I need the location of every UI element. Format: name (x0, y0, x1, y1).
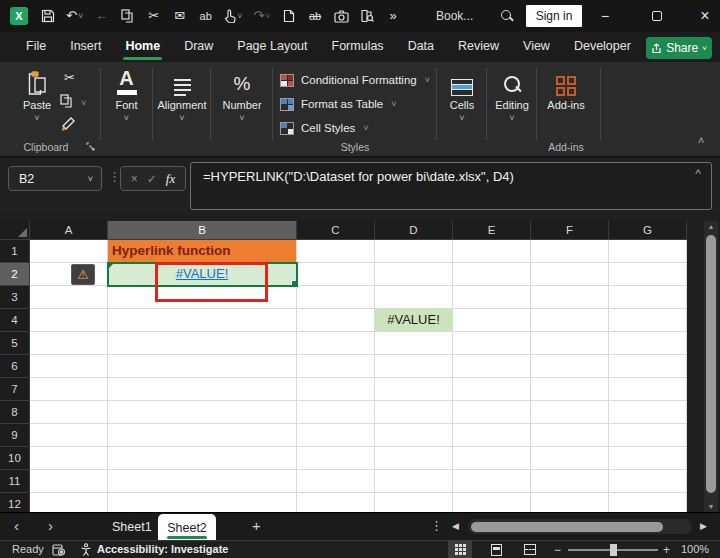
cancel-icon[interactable]: × (131, 172, 138, 186)
enter-icon[interactable]: ✓ (147, 172, 157, 186)
zoom-in-icon[interactable]: + (663, 543, 670, 557)
cell-E1[interactable] (453, 240, 531, 263)
cell-D1[interactable] (375, 240, 453, 263)
clipboard-dialog-launcher-icon[interactable] (86, 142, 95, 151)
zoom-slider-thumb[interactable] (610, 544, 617, 556)
alignment-group-button[interactable]: Alignment ˅ (153, 66, 211, 140)
cell-E8[interactable] (453, 401, 531, 424)
row-header-3[interactable]: 3 (0, 286, 30, 309)
sheet-nav-right-icon[interactable]: › (48, 517, 53, 534)
cell-D6[interactable] (375, 355, 453, 378)
cell-D5[interactable] (375, 332, 453, 355)
row-header-2[interactable]: 2 (0, 263, 30, 286)
research-lookup-icon[interactable] (360, 8, 375, 24)
cell-E9[interactable] (453, 424, 531, 447)
row-header-9[interactable]: 9 (0, 424, 30, 447)
column-header-B[interactable]: B (108, 221, 297, 240)
cell-B7[interactable] (108, 378, 297, 401)
cell-G6[interactable] (609, 355, 687, 378)
cell-C6[interactable] (297, 355, 375, 378)
ribbon-tab-home[interactable]: Home (113, 33, 172, 61)
column-header-C[interactable]: C (297, 221, 375, 240)
row-header-11[interactable]: 11 (0, 470, 30, 493)
hscroll-left-icon[interactable]: ◀ (452, 521, 459, 531)
cell-F7[interactable] (531, 378, 609, 401)
row-header-10[interactable]: 10 (0, 447, 30, 470)
cell-C3[interactable] (297, 286, 375, 309)
cell-E10[interactable] (453, 447, 531, 470)
select-all-corner[interactable] (0, 221, 30, 240)
ribbon-tab-developer[interactable]: Developer (562, 33, 643, 61)
touch-mouse-mode-icon[interactable]: ˅ (224, 8, 242, 24)
sheet-tab-sheet1[interactable]: Sheet1 (98, 513, 166, 541)
cell-A5[interactable] (30, 332, 108, 355)
cell-B9[interactable] (108, 424, 297, 447)
cell-B11[interactable] (108, 470, 297, 493)
cell-E4[interactable] (453, 309, 531, 332)
editing-group-button[interactable]: Editing ˅ (489, 66, 535, 140)
row-header-7[interactable]: 7 (0, 378, 30, 401)
cell-A10[interactable] (30, 447, 108, 470)
ribbon-tab-data[interactable]: Data (396, 33, 446, 61)
cell-G7[interactable] (609, 378, 687, 401)
cell-C5[interactable] (297, 332, 375, 355)
column-header-A[interactable]: A (30, 221, 108, 240)
cell-C2[interactable] (297, 263, 375, 286)
cell-B4[interactable] (108, 309, 297, 332)
formula-input[interactable]: =HYPERLINK("D:\Dataset for power bi\date… (190, 162, 712, 210)
expand-formula-bar-icon[interactable]: ^ (695, 167, 701, 181)
zoom-slider[interactable] (568, 549, 658, 551)
cell-F4[interactable] (531, 309, 609, 332)
cell-B10[interactable] (108, 447, 297, 470)
cell-A4[interactable] (30, 309, 108, 332)
sheet-nav-left-icon[interactable]: ‹ (14, 517, 19, 534)
save-icon[interactable] (40, 8, 55, 24)
cell-F10[interactable] (531, 447, 609, 470)
ink-strikethrough-icon[interactable]: ab (308, 8, 323, 24)
search-icon[interactable] (500, 9, 514, 23)
ribbon-tab-review[interactable]: Review (446, 33, 511, 61)
row-header-8[interactable]: 8 (0, 401, 30, 424)
cell-C10[interactable] (297, 447, 375, 470)
column-header-D[interactable]: D (375, 221, 453, 240)
column-header-G[interactable]: G (609, 221, 687, 240)
new-file-icon[interactable] (282, 8, 297, 24)
row-header-4[interactable]: 4 (0, 309, 30, 332)
cell-styles-button[interactable]: Cell Styles ˅ (280, 116, 369, 140)
cell-A1[interactable] (30, 240, 108, 263)
cell-B5[interactable] (108, 332, 297, 355)
minimize-button[interactable]: − (588, 0, 622, 32)
horizontal-scrollbar[interactable] (468, 519, 692, 534)
add-sheet-button[interactable]: + (252, 517, 261, 534)
row-header-1[interactable]: 1 (0, 240, 30, 263)
cells-group-button[interactable]: Cells ˅ (440, 66, 484, 140)
cell-G8[interactable] (609, 401, 687, 424)
ribbon-tab-file[interactable]: File (14, 33, 58, 61)
cell-A6[interactable] (30, 355, 108, 378)
cell-E11[interactable] (453, 470, 531, 493)
vertical-scrollbar-thumb[interactable] (706, 235, 716, 493)
cell-G4[interactable] (609, 309, 687, 332)
vertical-scrollbar[interactable]: ▲ ▼ (704, 221, 718, 512)
accessibility-icon[interactable] (80, 543, 92, 556)
column-header-E[interactable]: E (453, 221, 531, 240)
cell-D2[interactable] (375, 263, 453, 286)
format-as-table-button[interactable]: Format as Table ˅ (280, 92, 397, 116)
close-button[interactable]: × (688, 0, 720, 32)
error-checking-button[interactable]: ⚠ (71, 264, 95, 285)
scroll-up-icon[interactable]: ▲ (704, 223, 718, 230)
sheet-tab-sheet2-active[interactable]: Sheet2 (158, 514, 216, 541)
cell-D10[interactable] (375, 447, 453, 470)
horizontal-scrollbar-thumb[interactable] (471, 522, 663, 532)
addins-button[interactable]: Add-ins (543, 66, 589, 140)
undo-chevron-icon[interactable]: ˅ (78, 8, 83, 24)
cut-icon[interactable]: ✂ (146, 8, 161, 24)
cell-F8[interactable] (531, 401, 609, 424)
find-replace-icon[interactable]: ab (198, 8, 213, 24)
ribbon-tab-page-layout[interactable]: Page Layout (225, 33, 319, 61)
row-header-5[interactable]: 5 (0, 332, 30, 355)
cell-A11[interactable] (30, 470, 108, 493)
cell-E3[interactable] (453, 286, 531, 309)
cell-B6[interactable] (108, 355, 297, 378)
cell-C4[interactable] (297, 309, 375, 332)
